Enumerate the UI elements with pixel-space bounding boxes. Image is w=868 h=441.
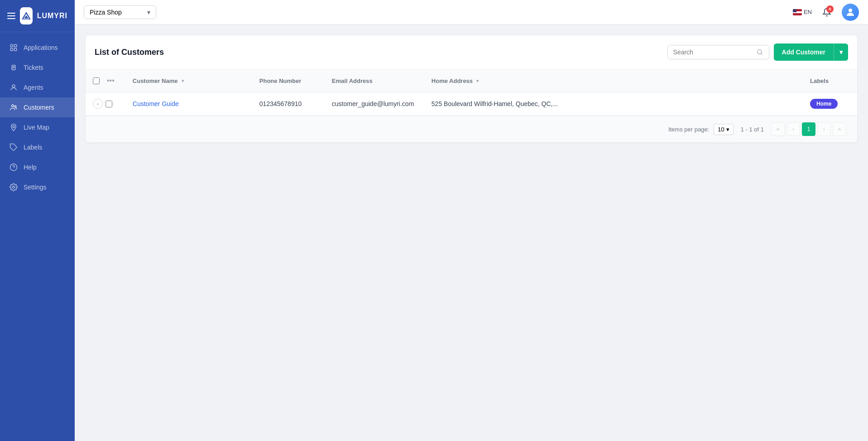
sidebar-item-label: Settings	[24, 184, 47, 191]
pagination-bar: Items per page: 10 ▾ 1 - 1 of 1 « ‹ 1 › …	[86, 116, 857, 142]
table-header-row: ••• Customer Name ▾ Phone Number	[86, 69, 857, 92]
th-home-address[interactable]: Home Address ▾	[424, 69, 803, 92]
topbar-right: EN 0	[793, 4, 859, 21]
help-icon	[9, 163, 18, 172]
th-labels: Labels	[803, 69, 857, 92]
page-1-button[interactable]: 1	[802, 122, 815, 136]
per-page-value: 10	[718, 126, 724, 133]
th-phone-label: Phone Number	[259, 78, 301, 84]
notification-badge: 0	[826, 5, 834, 13]
th-email-label: Email Address	[332, 78, 373, 84]
customers-card: List of Customers Add Customer ▾	[86, 35, 857, 142]
sidebar-item-help[interactable]: Help	[0, 157, 75, 177]
th-customer-name[interactable]: Customer Name ▾	[125, 69, 252, 92]
next-page-button[interactable]: ›	[817, 122, 831, 136]
row-controls-cell[interactable]: ›	[86, 92, 125, 116]
notifications-button[interactable]: 0	[819, 5, 834, 20]
flag-icon	[793, 9, 802, 15]
svg-point-13	[13, 126, 15, 128]
sidebar-item-label: Customers	[24, 104, 54, 111]
app-logo	[20, 7, 33, 24]
per-page-selector[interactable]: 10 ▾	[714, 124, 733, 135]
customers-icon	[9, 103, 18, 112]
sidebar-nav: Applications Tickets Agents	[0, 32, 75, 441]
add-customer-label: Add Customer	[774, 44, 834, 60]
map-icon	[9, 123, 18, 132]
sidebar-item-label: Applications	[24, 44, 58, 51]
card-header: List of Customers Add Customer ▾	[86, 35, 857, 69]
row-expand-button[interactable]: ›	[93, 99, 103, 109]
chevron-down-icon: ▾	[147, 9, 150, 16]
svg-point-17	[13, 186, 15, 189]
customer-name-cell[interactable]: Customer Guide	[125, 92, 252, 116]
sidebar-item-tickets[interactable]: Tickets	[0, 58, 75, 78]
svg-point-18	[849, 9, 852, 12]
add-customer-button[interactable]: Add Customer ▾	[774, 44, 848, 61]
svg-rect-3	[10, 44, 13, 47]
settings-icon	[9, 183, 18, 192]
svg-point-19	[758, 50, 762, 54]
email-address-cell: customer_guide@lumyri.com	[325, 92, 424, 116]
sidebar-item-customers[interactable]: Customers	[0, 97, 75, 117]
label-badge: Home	[810, 99, 838, 109]
sort-icon: ▾	[182, 78, 184, 83]
sidebar-item-label: Agents	[24, 84, 43, 91]
main-area: Pizza Shop ▾ EN 0	[75, 0, 868, 441]
svg-point-12	[14, 106, 16, 107]
th-email-address: Email Address	[325, 69, 424, 92]
svg-rect-4	[14, 44, 17, 47]
select-all-cell[interactable]: •••	[86, 69, 125, 92]
shop-selector[interactable]: Pizza Shop ▾	[84, 5, 156, 19]
sidebar-item-label: Tickets	[24, 64, 43, 71]
sidebar-item-settings[interactable]: Settings	[0, 177, 75, 197]
svg-point-11	[12, 105, 14, 107]
language-selector[interactable]: EN	[793, 9, 812, 15]
card-header-actions: Add Customer ▾	[667, 44, 848, 61]
hamburger-menu[interactable]	[7, 13, 15, 19]
customers-table-container: ••• Customer Name ▾ Phone Number	[86, 69, 857, 116]
avatar-icon	[845, 7, 856, 18]
column-options-button[interactable]: •••	[103, 75, 118, 87]
app-name: LUMYRI	[37, 12, 67, 20]
row-checkbox[interactable]	[106, 101, 112, 107]
labels-icon	[9, 143, 18, 152]
phone-number-cell: 012345678910	[252, 92, 325, 116]
chevron-down-icon: ▾	[834, 44, 848, 60]
agent-icon	[9, 83, 18, 92]
content-area: List of Customers Add Customer ▾	[75, 24, 868, 441]
first-page-button[interactable]: «	[771, 122, 785, 136]
sidebar-item-agents[interactable]: Agents	[0, 78, 75, 97]
last-page-button[interactable]: »	[833, 122, 846, 136]
svg-line-20	[761, 53, 762, 55]
shop-name: Pizza Shop	[90, 9, 122, 16]
sidebar: LUMYRI Applications Tickets	[0, 0, 75, 441]
sidebar-header: LUMYRI	[0, 0, 75, 32]
th-customer-name-label: Customer Name	[133, 78, 178, 84]
ticket-icon	[9, 63, 18, 72]
svg-rect-6	[14, 48, 17, 51]
svg-point-10	[12, 85, 15, 87]
pagination-buttons: « ‹ 1 › »	[771, 122, 846, 136]
th-phone-number: Phone Number	[252, 69, 325, 92]
svg-rect-5	[10, 48, 13, 51]
page-range-text: 1 - 1 of 1	[741, 126, 764, 133]
search-icon	[757, 48, 763, 56]
sidebar-item-label: Labels	[24, 144, 42, 151]
search-input[interactable]	[673, 48, 753, 56]
grid-icon	[9, 43, 18, 52]
table-body: › Customer Guide 012345678910 customer_g…	[86, 92, 857, 116]
search-box[interactable]	[667, 45, 769, 59]
home-address-cell: 525 Boulevard Wilfrid-Hamel, Quebec, QC,…	[424, 92, 803, 116]
sidebar-item-live-map[interactable]: Live Map	[0, 117, 75, 137]
th-labels-label: Labels	[810, 78, 829, 84]
user-avatar[interactable]	[842, 4, 859, 21]
customers-table: ••• Customer Name ▾ Phone Number	[86, 69, 857, 116]
lang-label: EN	[804, 9, 812, 15]
sidebar-item-applications[interactable]: Applications	[0, 38, 75, 58]
select-all-checkbox[interactable]	[93, 78, 100, 84]
sidebar-item-label: Help	[24, 164, 37, 171]
page-title: List of Customers	[95, 48, 164, 57]
prev-page-button[interactable]: ‹	[786, 122, 800, 136]
th-address-label: Home Address	[432, 78, 473, 84]
sidebar-item-labels[interactable]: Labels	[0, 137, 75, 157]
